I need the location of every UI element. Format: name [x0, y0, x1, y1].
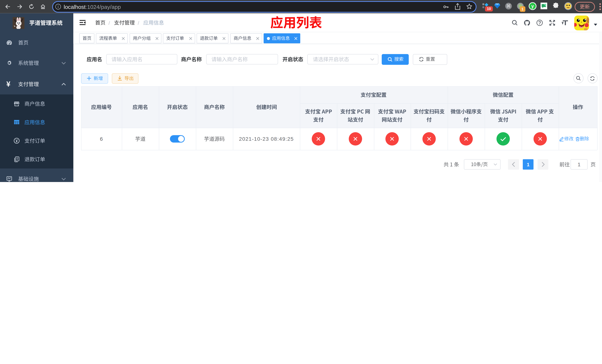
svg-text:y: y	[531, 3, 534, 9]
svg-text:⌘: ⌘	[506, 3, 511, 9]
